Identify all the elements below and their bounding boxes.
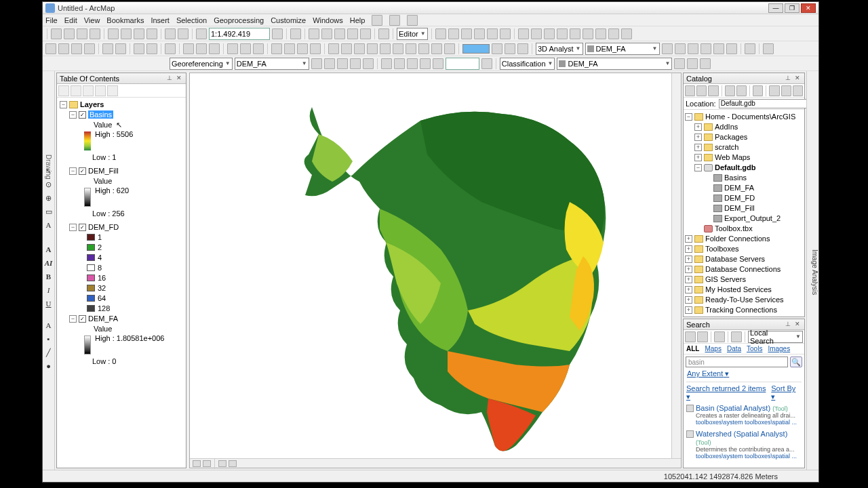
toolbar-icon[interactable] [372, 15, 382, 26]
catalog-item[interactable]: Tracking Connections [705, 306, 777, 314]
tool-icon[interactable] [500, 28, 511, 39]
expand-icon[interactable]: + [685, 306, 692, 314]
tab-data[interactable]: Data [727, 345, 741, 352]
catalog-item[interactable]: Toolboxes [705, 245, 739, 253]
catalog-item[interactable]: GIS Servers [705, 275, 746, 283]
tab-tools[interactable]: Tools [747, 345, 762, 352]
tool-icon[interactable] [444, 43, 455, 54]
tool-icon[interactable] [725, 85, 735, 96]
marker-icon[interactable]: ● [44, 361, 54, 371]
tool-icon[interactable] [311, 58, 322, 69]
back-icon[interactable] [685, 331, 696, 342]
tool-icon[interactable] [726, 43, 737, 54]
tab-images[interactable]: Images [768, 345, 790, 352]
list-by-selection-icon[interactable] [95, 85, 106, 96]
tool-icon[interactable] [492, 43, 502, 54]
font-color-icon[interactable]: A [44, 321, 54, 330]
tool-icon[interactable] [583, 28, 593, 39]
home-icon[interactable] [708, 85, 718, 96]
extent-link[interactable]: Any Extent ▾ [687, 369, 729, 378]
menu-geoprocessing[interactable]: Geoprocessing [214, 16, 264, 24]
collapse-icon[interactable]: − [60, 101, 67, 108]
list-by-source-icon[interactable] [71, 85, 81, 96]
menu-windows[interactable]: Windows [313, 16, 343, 24]
tool-icon[interactable] [433, 58, 443, 69]
tool-icon[interactable] [337, 58, 348, 69]
tool-icon[interactable] [461, 28, 472, 39]
menu-view[interactable]: View [84, 16, 100, 24]
map-view[interactable] [189, 73, 682, 468]
tool-icon[interactable] [621, 28, 632, 39]
redo-icon[interactable] [178, 28, 189, 39]
sort-by[interactable]: Sort By ▾ [771, 384, 802, 401]
dropdown-icon[interactable] [272, 28, 283, 39]
tool-icon[interactable] [297, 43, 308, 54]
catalog-gdb[interactable]: Default.gdb [715, 163, 756, 171]
maximize-button[interactable]: ❐ [785, 3, 800, 13]
fixed-zoom-in-icon[interactable] [102, 43, 113, 54]
tool-icon[interactable] [793, 85, 803, 96]
tool-icon[interactable] [701, 43, 711, 54]
add-data-icon[interactable] [196, 28, 207, 39]
collapse-icon[interactable]: − [694, 164, 702, 171]
forward-icon[interactable] [146, 43, 157, 54]
tool-icon[interactable] [431, 43, 442, 54]
tool-icon[interactable] [763, 43, 774, 54]
expand-icon[interactable]: + [685, 266, 692, 273]
editor-dropdown[interactable]: Editor▼ [397, 28, 428, 40]
result-path[interactable]: toolboxes\system toolboxes\spatial ... [696, 453, 802, 460]
tool-icon[interactable] [570, 28, 580, 39]
expand-icon[interactable]: + [694, 154, 702, 161]
tool-icon[interactable] [517, 43, 528, 54]
new-icon[interactable] [51, 28, 62, 39]
list-by-visibility-icon[interactable] [83, 85, 94, 96]
underline-icon[interactable]: U [44, 299, 54, 308]
collapse-icon[interactable]: − [69, 111, 77, 119]
tab-maps[interactable]: Maps [705, 345, 721, 352]
catalog-item[interactable]: My Hosted Services [705, 285, 772, 293]
catalog-item[interactable]: DEM_Fill [724, 204, 755, 212]
expand-icon[interactable]: + [694, 144, 702, 151]
catalog-item[interactable]: Web Maps [715, 153, 750, 161]
analyst-dropdown[interactable]: 3D Analyst▼ [536, 43, 583, 55]
delete-icon[interactable] [146, 28, 157, 39]
tool-icon[interactable] [731, 331, 742, 342]
layout-view-icon[interactable] [203, 460, 211, 467]
menu-file[interactable]: File [45, 16, 58, 24]
editor-toolbar-icon[interactable] [290, 28, 301, 39]
catalog-item[interactable]: Database Connections [705, 265, 781, 273]
collapse-icon[interactable]: − [69, 167, 77, 175]
layer-dem-fd[interactable]: DEM_FD [88, 223, 119, 231]
tool-icon[interactable] [544, 28, 555, 39]
layer-checkbox[interactable]: ✓ [79, 224, 86, 231]
text-a-icon[interactable]: A [44, 220, 54, 230]
tool-icon[interactable] [781, 85, 791, 96]
image-analysis-tab[interactable]: Image Analysis [806, 71, 818, 470]
tool-icon[interactable] [713, 43, 724, 54]
catalog-item[interactable]: Folder Connections [705, 235, 770, 243]
open-icon[interactable] [64, 28, 75, 39]
zoom-out-icon[interactable] [58, 43, 69, 54]
tool-icon[interactable] [334, 28, 345, 39]
tool-icon[interactable] [700, 58, 711, 69]
up-icon[interactable] [696, 85, 707, 96]
georef-layer-dropdown[interactable]: DEM_FA▼ [235, 58, 309, 70]
layer-dem-fill[interactable]: DEM_Fill [88, 167, 119, 175]
tool-icon[interactable] [341, 43, 352, 54]
tool-icon[interactable] [487, 28, 498, 39]
zoom-in-icon[interactable] [45, 43, 56, 54]
catalog-item[interactable]: Database Servers [705, 255, 765, 263]
tool-icon[interactable] [595, 28, 606, 39]
tab-all[interactable]: ALL [686, 345, 699, 352]
tool-icon[interactable] [608, 28, 619, 39]
analyst-layer-dropdown[interactable]: DEM_FA▼ [585, 43, 660, 55]
paste-icon[interactable] [134, 28, 144, 39]
classification-layer-dropdown[interactable]: DEM_FA▼ [557, 58, 672, 70]
tool-icon[interactable] [378, 28, 389, 39]
save-icon[interactable] [77, 28, 87, 39]
scale-input[interactable] [209, 28, 270, 40]
tool-icon[interactable] [350, 58, 361, 69]
catalog-item[interactable]: Ready-To-Use Services [705, 296, 784, 304]
collapse-icon[interactable]: − [69, 224, 77, 231]
rotate-icon[interactable]: ⊙ [44, 180, 54, 189]
